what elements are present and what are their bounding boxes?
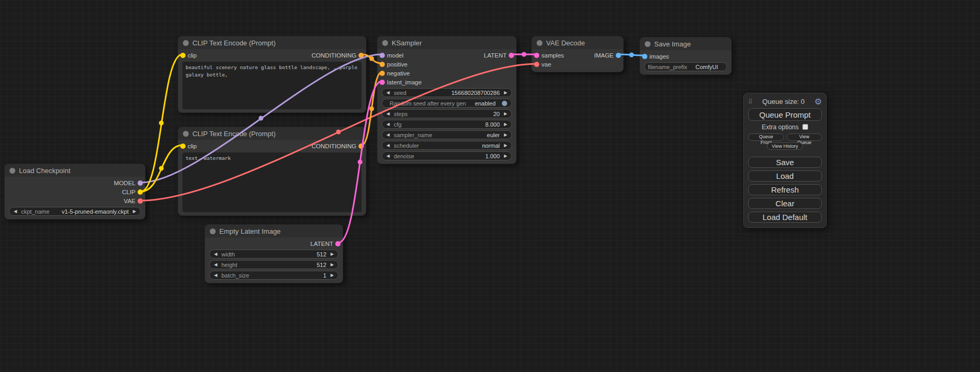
node-clip-text-encode-negative[interactable]: CLIP Text Encode (Prompt) clip CONDITION…: [178, 127, 366, 216]
extra-options-row: Extra options: [748, 122, 822, 132]
next-value-arrow-icon[interactable]: [503, 144, 508, 148]
prev-value-arrow-icon[interactable]: [385, 144, 391, 148]
clip-output-port[interactable]: [138, 189, 143, 195]
input-label: clip: [188, 52, 197, 59]
positive-input-port[interactable]: [380, 62, 385, 67]
extra-options-label: Extra options: [762, 123, 799, 131]
widget-steps[interactable]: steps 20: [382, 109, 512, 118]
collapse-dot-icon[interactable]: [183, 131, 189, 137]
conditioning-output-port[interactable]: [358, 53, 364, 58]
node-title-bar[interactable]: Save Image: [640, 37, 731, 50]
next-value-arrow-icon[interactable]: [503, 133, 508, 137]
collapse-dot-icon[interactable]: [537, 40, 542, 46]
node-title-bar[interactable]: CLIP Text Encode (Prompt): [178, 127, 366, 140]
slot-row: latent_image: [377, 78, 516, 87]
clip-input-port[interactable]: [180, 53, 186, 58]
extra-options-checkbox[interactable]: [802, 124, 808, 130]
node-ksampler[interactable]: KSampler model LATENT positive negative …: [377, 36, 517, 164]
load-default-button[interactable]: Load Default: [748, 212, 822, 223]
decrement-arrow-icon[interactable]: [385, 154, 391, 158]
decrement-arrow-icon[interactable]: [213, 273, 218, 278]
save-button[interactable]: Save: [748, 157, 822, 168]
node-title-bar[interactable]: VAE Decode: [532, 36, 623, 49]
collapse-dot-icon[interactable]: [210, 228, 216, 234]
negative-input-port[interactable]: [380, 71, 385, 76]
output-label: CLIP: [122, 189, 135, 195]
queue-front-button[interactable]: Queue Front: [748, 133, 784, 141]
clip-input-port[interactable]: [180, 144, 186, 149]
toggle-dot-icon[interactable]: [502, 101, 507, 106]
model-input-port[interactable]: [380, 53, 385, 58]
increment-arrow-icon[interactable]: [503, 91, 508, 95]
widget-ckpt-name[interactable]: ckpt_name v1-5-pruned-emaonly.ckpt: [9, 207, 141, 216]
decrement-arrow-icon[interactable]: [385, 122, 391, 127]
image-output-port[interactable]: [616, 53, 621, 58]
widget-scheduler[interactable]: scheduler normal: [382, 141, 512, 150]
increment-arrow-icon[interactable]: [329, 273, 335, 278]
slot-row: clip CONDITIONING: [178, 141, 366, 150]
collapse-dot-icon[interactable]: [9, 168, 15, 174]
positive-prompt-textarea[interactable]: beautiful scenery nature glass bottle la…: [182, 62, 362, 109]
decrement-arrow-icon[interactable]: [385, 112, 391, 116]
node-title-bar[interactable]: Load Checkpoint: [5, 164, 145, 177]
negative-prompt-textarea[interactable]: text, watermark: [182, 152, 362, 212]
decrement-arrow-icon[interactable]: [213, 263, 218, 267]
refresh-button[interactable]: Refresh: [748, 184, 822, 195]
collapse-dot-icon[interactable]: [645, 41, 651, 47]
vae-output-port[interactable]: [138, 198, 143, 204]
view-history-button[interactable]: View History: [767, 142, 803, 150]
slot-row: model LATENT: [377, 51, 516, 60]
collapse-dot-icon[interactable]: [382, 40, 388, 46]
next-value-arrow-icon[interactable]: [132, 209, 137, 214]
widget-seed[interactable]: seed 156680208700286: [382, 88, 512, 97]
vae-input-port[interactable]: [534, 62, 539, 67]
clear-button[interactable]: Clear: [748, 198, 822, 209]
queue-size-label: Queue size: 0: [753, 98, 814, 106]
latent-image-input-port[interactable]: [380, 80, 385, 85]
widget-sampler-name[interactable]: sampler_name euler: [382, 130, 512, 139]
decrement-arrow-icon[interactable]: [213, 252, 218, 256]
settings-gear-icon[interactable]: [814, 97, 822, 107]
decrement-arrow-icon[interactable]: [385, 91, 391, 95]
queue-prompt-button[interactable]: Queue Prompt: [748, 108, 822, 121]
increment-arrow-icon[interactable]: [503, 122, 508, 127]
increment-arrow-icon[interactable]: [329, 252, 335, 256]
drag-handle-icon[interactable]: [748, 98, 753, 106]
widget-filename-prefix[interactable]: filename_prefix ComfyUI: [644, 62, 727, 71]
node-title-bar[interactable]: Empty Latent Image: [205, 225, 343, 237]
node-clip-text-encode-positive[interactable]: CLIP Text Encode (Prompt) clip CONDITION…: [178, 36, 366, 113]
prev-value-arrow-icon[interactable]: [385, 133, 391, 137]
widget-width[interactable]: width 512: [209, 250, 338, 259]
node-save-image[interactable]: Save Image images filename_prefix ComfyU…: [639, 37, 732, 75]
load-button[interactable]: Load: [748, 170, 822, 182]
output-label: CONDITIONING: [312, 52, 356, 59]
latent-output-port[interactable]: [335, 241, 341, 246]
slot-row: clip CONDITIONING: [178, 51, 366, 60]
prev-value-arrow-icon[interactable]: [13, 209, 18, 214]
node-title-label: KSampler: [392, 39, 422, 47]
widget-height[interactable]: height 512: [209, 260, 338, 269]
node-empty-latent-image[interactable]: Empty Latent Image LATENT width 512 heig…: [205, 224, 343, 283]
images-input-port[interactable]: [642, 54, 647, 59]
node-title-bar[interactable]: CLIP Text Encode (Prompt): [178, 36, 366, 49]
collapse-dot-icon[interactable]: [183, 40, 189, 46]
widget-cfg[interactable]: cfg 8.000: [382, 120, 512, 129]
increment-arrow-icon[interactable]: [329, 263, 335, 267]
widget-batch-size[interactable]: batch_size 1: [209, 271, 338, 280]
output-label: IMAGE: [594, 52, 614, 59]
node-load-checkpoint[interactable]: Load Checkpoint MODEL CLIP VAE ckpt_name…: [4, 164, 145, 220]
view-queue-button[interactable]: View Queue: [787, 133, 822, 141]
menu-header: Queue size: 0: [748, 96, 822, 107]
latent-output-port[interactable]: [509, 53, 514, 58]
node-title-label: CLIP Text Encode (Prompt): [192, 130, 276, 138]
model-output-port[interactable]: [138, 180, 143, 186]
node-vae-decode[interactable]: VAE Decode samples IMAGE vae: [531, 36, 624, 72]
widget-random-seed-toggle[interactable]: Random seed after every gen enabled: [382, 99, 512, 108]
node-title-bar[interactable]: KSampler: [377, 36, 516, 49]
increment-arrow-icon[interactable]: [503, 154, 508, 158]
conditioning-output-port[interactable]: [358, 144, 364, 149]
increment-arrow-icon[interactable]: [503, 112, 508, 116]
widget-denoise[interactable]: denoise 1.000: [382, 151, 512, 160]
samples-input-port[interactable]: [534, 53, 539, 58]
output-label: VAE: [124, 198, 135, 204]
